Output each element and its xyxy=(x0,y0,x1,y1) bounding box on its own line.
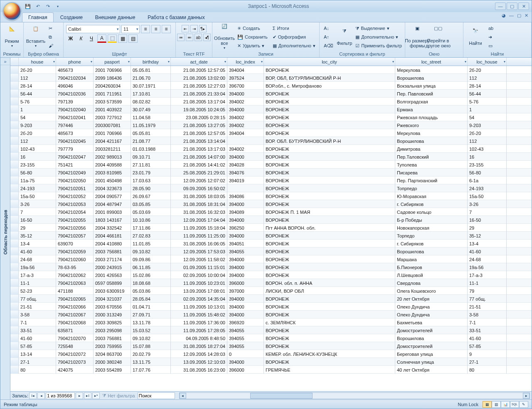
cell[interactable]: 2003 295098 xyxy=(94,326,131,334)
cell[interactable]: 79042102070 xyxy=(56,334,94,342)
cell[interactable]: 23-155 xyxy=(19,161,56,169)
table-row[interactable]: 17-а-3790421020622001 42656315.02.8602.0… xyxy=(10,271,532,279)
delete-record-button[interactable]: ✕Удалить ▾ xyxy=(236,42,269,50)
cell[interactable]: 394000 xyxy=(227,232,264,240)
cell[interactable]: 394000 xyxy=(227,303,264,311)
filter-button[interactable]: ⧩Фильтр xyxy=(337,24,352,50)
cell[interactable]: 397000 xyxy=(227,287,264,295)
cell[interactable]: 79042102065 xyxy=(56,295,94,303)
row-selector[interactable] xyxy=(10,200,19,208)
align-right-button[interactable]: ≡ xyxy=(162,25,171,33)
col-act-date[interactable]: act_date▾ xyxy=(171,58,227,66)
cell[interactable]: 496046 xyxy=(56,82,94,90)
cell[interactable]: ВОРОНЕЖ xyxy=(264,358,395,366)
cell[interactable]: 2004 410880 xyxy=(94,240,131,247)
cell[interactable]: 2004 421167 xyxy=(94,137,131,145)
row-selector[interactable] xyxy=(10,129,19,137)
cell[interactable]: 3204 863700 xyxy=(94,350,131,358)
table-row[interactable]: 9-203797446200300708111.05.197921.08.200… xyxy=(10,121,532,129)
cell[interactable]: 396250 xyxy=(227,224,264,232)
cell[interactable]: 27.11.81 xyxy=(131,161,171,169)
row-selector[interactable] xyxy=(10,279,19,287)
cell[interactable]: Олега Кошевского xyxy=(395,287,468,295)
cell[interactable]: 7 xyxy=(468,208,507,216)
highlight-button[interactable]: ab xyxy=(195,34,202,41)
cell[interactable]: 79042102068 xyxy=(56,318,94,326)
cell[interactable]: ВОРОНЕЖ xyxy=(264,216,395,224)
row-selector[interactable] xyxy=(10,161,19,169)
cell[interactable]: 11.09.2005 10:13:01 xyxy=(171,303,227,311)
cell[interactable]: 9-203 xyxy=(19,121,56,129)
cell[interactable]: Садовое кольцо xyxy=(395,208,468,216)
cell[interactable]: 2003281211 xyxy=(94,145,131,153)
cell[interactable]: 2099 186436 xyxy=(94,74,131,82)
cell[interactable]: 15.02.86 xyxy=(131,271,171,279)
cell[interactable]: Ю-Моравская xyxy=(395,192,468,200)
cell[interactable]: 24-68 xyxy=(19,255,56,263)
recnav-first-button[interactable]: I◂ xyxy=(29,392,37,399)
table-row[interactable]: 23-1557514212004 40958827.11.8121.08.200… xyxy=(10,161,532,169)
cell[interactable]: 11.09.2005 11:25:00 xyxy=(171,232,227,240)
cell[interactable]: 56-44 xyxy=(468,90,507,98)
cell[interactable]: ВОРОНЕЖ xyxy=(264,153,395,161)
row-selector[interactable] xyxy=(10,192,19,200)
cell[interactable]: 12.09.2005 17:04:04 xyxy=(171,216,227,224)
cell[interactable]: 7-1 xyxy=(468,318,507,326)
cell[interactable]: 79042102053 xyxy=(56,200,94,208)
cell[interactable]: ВОРОНЕЖ xyxy=(264,255,395,263)
col-loc-city[interactable]: loc_city▾ xyxy=(264,58,395,66)
cell[interactable]: 21.08.2005 13:02:00 xyxy=(171,74,227,82)
cell[interactable]: 635871 xyxy=(56,326,94,334)
cell[interactable]: 112 xyxy=(19,74,56,82)
cell[interactable]: 11.09.2005 15:48:02 xyxy=(171,311,227,318)
cell[interactable]: 394000 xyxy=(227,90,264,98)
cell[interactable]: 06.11.85 xyxy=(131,263,171,271)
cell[interactable]: 35-12 xyxy=(468,232,507,240)
cell[interactable]: 27-1 xyxy=(468,358,507,366)
cell[interactable]: 11.01.85 xyxy=(131,240,171,247)
table-row[interactable]: 7790421020542001 89900305.03.6931.08.200… xyxy=(10,208,532,216)
cell[interactable]: ВОРОНЕЖ xyxy=(264,271,395,279)
cell[interactable]: ВОРОНЕЖ xyxy=(264,263,395,271)
table-row[interactable]: 54790421020412003 72791211.04.5823.08.20… xyxy=(10,113,532,121)
cell[interactable]: 57-85 xyxy=(19,342,56,350)
col-loc-street[interactable]: loc_street▾ xyxy=(395,58,468,66)
cell[interactable]: 11.09.2005 17:36:00 xyxy=(171,318,227,326)
cell[interactable]: ВОРОНЕЖ xyxy=(264,176,395,184)
fill-color-button[interactable]: ⬚ xyxy=(108,34,117,43)
clear-sort-button[interactable]: A⌫ xyxy=(322,42,335,50)
cell[interactable]: ВОРОНЕЖ xyxy=(264,334,395,342)
cell[interactable]: 396000 xyxy=(227,279,264,287)
cell[interactable]: 21.08.2005 13:17:04 xyxy=(171,98,227,105)
row-selector[interactable] xyxy=(10,232,19,240)
cell[interactable]: 2003 756881 xyxy=(94,334,131,342)
cell[interactable]: КЕМЕР. обл. ЛЕНИНСК-КУЗНЕЦК xyxy=(264,350,395,358)
col-birthday[interactable]: birthday▾ xyxy=(131,58,171,66)
cell[interactable]: 12.09.2005 14:28:03 xyxy=(171,350,227,358)
cell[interactable]: 40 лет Октября xyxy=(395,366,468,374)
cell[interactable]: 394089 xyxy=(227,208,264,216)
cell[interactable]: 17-а-3 xyxy=(468,271,507,279)
cell[interactable]: 03.05.85 xyxy=(131,200,171,208)
cell[interactable]: 2000 313249 xyxy=(94,311,131,318)
toggle-filter-button[interactable]: ☑Применить фильтр xyxy=(354,42,404,50)
table-row[interactable]: 24-68790421020602003 27117409.09.8612.09… xyxy=(10,255,532,263)
cell[interactable]: 485673 xyxy=(56,66,94,74)
table-row[interactable]: 13-14790421020723204 86370020.02.7912.09… xyxy=(10,350,532,358)
cell[interactable]: Волгоградская xyxy=(395,98,468,105)
mdi-close-icon[interactable]: ✕ xyxy=(525,13,528,18)
cell[interactable]: ЛИСКИ, ВОР ОБЛ xyxy=(264,287,395,295)
cell[interactable]: 2001 403922 xyxy=(94,105,131,113)
cell[interactable]: 27.02.83 xyxy=(131,232,171,240)
cell[interactable]: 9 xyxy=(468,350,507,358)
view-sql-button[interactable]: SQL xyxy=(510,401,519,408)
row-selector[interactable] xyxy=(10,145,19,153)
goto-button[interactable]: ➜ xyxy=(487,33,495,41)
cell[interactable]: 54 xyxy=(468,113,507,121)
paste-button[interactable]: 📋Вставить▾ xyxy=(26,24,45,50)
new-record-button[interactable]: ✳Создать xyxy=(236,24,269,32)
cell[interactable]: 112 xyxy=(19,137,56,145)
cell[interactable]: 13.09.2005 17:08:01 xyxy=(171,287,227,295)
cell[interactable]: Ржевская площадь xyxy=(395,113,468,121)
cell[interactable]: Пер. Партизанский xyxy=(395,176,468,184)
